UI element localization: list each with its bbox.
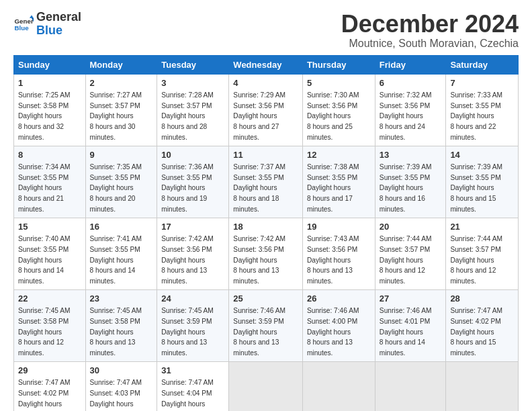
day-number: 15: [18, 221, 81, 233]
day-info: Sunrise: 7:25 AMSunset: 3:58 PMDaylight …: [18, 91, 71, 141]
day-number: 19: [307, 221, 371, 233]
table-row: 22Sunrise: 7:45 AMSunset: 3:58 PMDayligh…: [14, 289, 86, 361]
day-number: 27: [380, 293, 442, 305]
day-number: 28: [450, 293, 514, 305]
day-number: 10: [161, 149, 224, 161]
day-info: Sunrise: 7:47 AMSunset: 4:02 PMDaylight …: [450, 307, 502, 357]
day-number: 5: [307, 77, 371, 89]
day-number: 2: [90, 77, 153, 89]
day-info: Sunrise: 7:42 AMSunset: 3:56 PMDaylight …: [161, 235, 214, 285]
day-info: Sunrise: 7:43 AMSunset: 3:56 PMDaylight …: [307, 235, 359, 285]
calendar-row: 22Sunrise: 7:45 AMSunset: 3:58 PMDayligh…: [14, 289, 519, 361]
table-row: 21Sunrise: 7:44 AMSunset: 3:57 PMDayligh…: [446, 218, 519, 289]
table-row: [229, 361, 303, 411]
day-number: 6: [380, 77, 442, 89]
header-tuesday: Tuesday: [157, 55, 229, 74]
day-number: 31: [161, 365, 224, 377]
header-monday: Monday: [85, 55, 157, 74]
header-sunday: Sunday: [14, 55, 86, 74]
day-info: Sunrise: 7:34 AMSunset: 3:55 PMDaylight …: [18, 163, 71, 213]
svg-text:General: General: [15, 17, 34, 24]
day-info: Sunrise: 7:47 AMSunset: 4:02 PMDaylight …: [18, 379, 71, 411]
day-info: Sunrise: 7:39 AMSunset: 3:55 PMDaylight …: [380, 163, 432, 213]
logo-text: General Blue: [36, 11, 81, 38]
day-number: 24: [161, 293, 224, 305]
table-row: 3Sunrise: 7:28 AMSunset: 3:57 PMDaylight…: [157, 74, 229, 146]
table-row: 24Sunrise: 7:45 AMSunset: 3:59 PMDayligh…: [157, 289, 229, 361]
day-number: 8: [18, 149, 81, 161]
day-info: Sunrise: 7:42 AMSunset: 3:56 PMDaylight …: [233, 235, 285, 285]
table-row: 25Sunrise: 7:46 AMSunset: 3:59 PMDayligh…: [229, 289, 303, 361]
table-row: 15Sunrise: 7:40 AMSunset: 3:55 PMDayligh…: [14, 218, 86, 289]
table-row: 23Sunrise: 7:45 AMSunset: 3:58 PMDayligh…: [85, 289, 157, 361]
day-info: Sunrise: 7:36 AMSunset: 3:55 PMDaylight …: [161, 163, 214, 213]
day-number: 12: [307, 149, 371, 161]
calendar-header-row: Sunday Monday Tuesday Wednesday Thursday…: [14, 55, 519, 74]
day-number: 26: [307, 293, 371, 305]
logo: General Blue General Blue: [13, 11, 81, 38]
day-number: 11: [233, 149, 298, 161]
day-info: Sunrise: 7:45 AMSunset: 3:58 PMDaylight …: [90, 307, 142, 357]
calendar-row: 15Sunrise: 7:40 AMSunset: 3:55 PMDayligh…: [14, 218, 519, 289]
day-info: Sunrise: 7:40 AMSunset: 3:55 PMDaylight …: [18, 235, 71, 285]
day-number: 29: [18, 365, 81, 377]
table-row: 28Sunrise: 7:47 AMSunset: 4:02 PMDayligh…: [446, 289, 519, 361]
day-info: Sunrise: 7:35 AMSunset: 3:55 PMDaylight …: [90, 163, 142, 213]
day-number: 21: [450, 221, 514, 233]
table-row: 16Sunrise: 7:41 AMSunset: 3:55 PMDayligh…: [85, 218, 157, 289]
day-info: Sunrise: 7:37 AMSunset: 3:55 PMDaylight …: [233, 163, 285, 213]
table-row: [446, 361, 519, 411]
day-number: 1: [18, 77, 81, 89]
subtitle: Moutnice, South Moravian, Czechia: [341, 38, 519, 50]
day-number: 25: [233, 293, 298, 305]
logo-icon: General Blue: [13, 14, 34, 34]
page: General Blue General Blue December 2024 …: [0, 0, 532, 411]
table-row: 4Sunrise: 7:29 AMSunset: 3:56 PMDaylight…: [229, 74, 303, 146]
day-number: 18: [233, 221, 298, 233]
table-row: 12Sunrise: 7:38 AMSunset: 3:55 PMDayligh…: [302, 146, 375, 218]
day-info: Sunrise: 7:44 AMSunset: 3:57 PMDaylight …: [380, 235, 432, 285]
day-info: Sunrise: 7:33 AMSunset: 3:55 PMDaylight …: [450, 91, 502, 141]
table-row: 17Sunrise: 7:42 AMSunset: 3:56 PMDayligh…: [157, 218, 229, 289]
svg-marker-2: [30, 15, 34, 18]
table-row: 10Sunrise: 7:36 AMSunset: 3:55 PMDayligh…: [157, 146, 229, 218]
day-number: 4: [233, 77, 298, 89]
day-number: 9: [90, 149, 153, 161]
day-info: Sunrise: 7:45 AMSunset: 3:59 PMDaylight …: [161, 307, 214, 357]
table-row: 19Sunrise: 7:43 AMSunset: 3:56 PMDayligh…: [302, 218, 375, 289]
day-info: Sunrise: 7:30 AMSunset: 3:56 PMDaylight …: [307, 91, 359, 141]
table-row: 31Sunrise: 7:47 AMSunset: 4:04 PMDayligh…: [157, 361, 229, 411]
table-row: 29Sunrise: 7:47 AMSunset: 4:02 PMDayligh…: [14, 361, 86, 411]
table-row: 20Sunrise: 7:44 AMSunset: 3:57 PMDayligh…: [375, 218, 446, 289]
table-row: 11Sunrise: 7:37 AMSunset: 3:55 PMDayligh…: [229, 146, 303, 218]
table-row: 2Sunrise: 7:27 AMSunset: 3:57 PMDaylight…: [85, 74, 157, 146]
day-info: Sunrise: 7:39 AMSunset: 3:55 PMDaylight …: [450, 163, 502, 213]
day-info: Sunrise: 7:47 AMSunset: 4:04 PMDaylight …: [161, 379, 214, 411]
day-info: Sunrise: 7:29 AMSunset: 3:56 PMDaylight …: [233, 91, 285, 141]
day-number: 14: [450, 149, 514, 161]
table-row: 5Sunrise: 7:30 AMSunset: 3:56 PMDaylight…: [302, 74, 375, 146]
calendar-row: 1Sunrise: 7:25 AMSunset: 3:58 PMDaylight…: [14, 74, 519, 146]
calendar: Sunday Monday Tuesday Wednesday Thursday…: [13, 55, 519, 411]
day-info: Sunrise: 7:46 AMSunset: 4:00 PMDaylight …: [307, 307, 359, 357]
header-section: General Blue General Blue December 2024 …: [13, 11, 519, 50]
table-row: 18Sunrise: 7:42 AMSunset: 3:56 PMDayligh…: [229, 218, 303, 289]
table-row: 8Sunrise: 7:34 AMSunset: 3:55 PMDaylight…: [14, 146, 86, 218]
day-number: 3: [161, 77, 224, 89]
day-number: 7: [450, 77, 514, 89]
day-number: 16: [90, 221, 153, 233]
table-row: [302, 361, 375, 411]
header-friday: Friday: [375, 55, 446, 74]
day-info: Sunrise: 7:41 AMSunset: 3:55 PMDaylight …: [90, 235, 142, 285]
header-saturday: Saturday: [446, 55, 519, 74]
header-thursday: Thursday: [302, 55, 375, 74]
day-number: 17: [161, 221, 224, 233]
day-info: Sunrise: 7:44 AMSunset: 3:57 PMDaylight …: [450, 235, 502, 285]
day-number: 23: [90, 293, 153, 305]
day-info: Sunrise: 7:47 AMSunset: 4:03 PMDaylight …: [90, 379, 142, 411]
table-row: 26Sunrise: 7:46 AMSunset: 4:00 PMDayligh…: [302, 289, 375, 361]
table-row: 6Sunrise: 7:32 AMSunset: 3:56 PMDaylight…: [375, 74, 446, 146]
day-info: Sunrise: 7:46 AMSunset: 3:59 PMDaylight …: [233, 307, 285, 357]
title-section: December 2024 Moutnice, South Moravian, …: [341, 11, 519, 50]
svg-text:Blue: Blue: [15, 24, 30, 32]
